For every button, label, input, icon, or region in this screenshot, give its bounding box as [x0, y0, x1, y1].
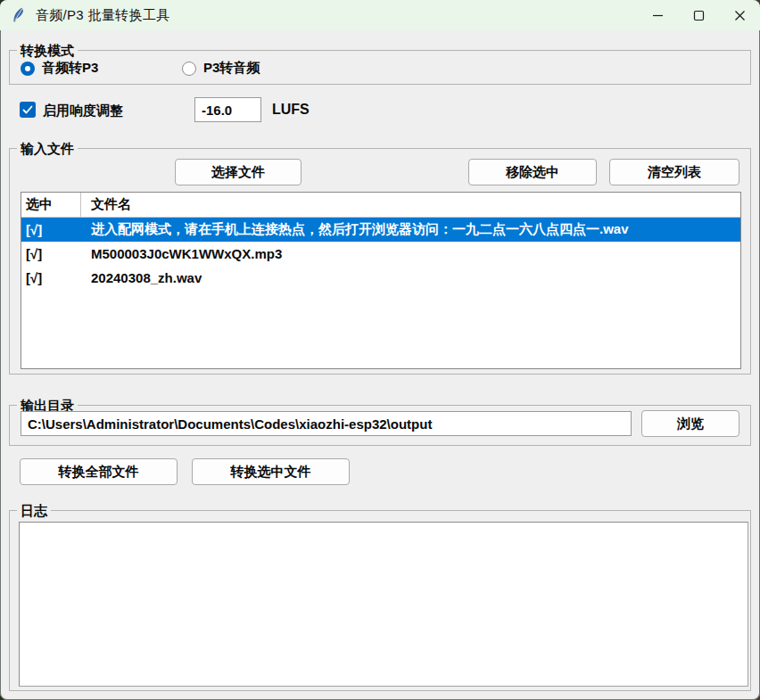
window-title: 音频/P3 批量转换工具	[36, 7, 169, 24]
convert-selected-button[interactable]: 转换选中文件	[192, 458, 350, 485]
loudness-checkbox-label[interactable]: 启用响度调整	[43, 103, 123, 119]
row-checked-mark: [√]	[21, 222, 81, 237]
output-dir-groupbox: 输出目录 C:\Users\Administrator\Documents\Co…	[9, 405, 751, 446]
mode-groupbox: 转换模式 音频转P3 P3转音频	[9, 50, 751, 85]
close-icon	[734, 10, 746, 21]
maximize-icon	[693, 10, 705, 21]
python-feather-icon	[12, 7, 28, 23]
browse-button[interactable]: 浏览	[641, 410, 739, 437]
radio-on-icon	[21, 62, 35, 76]
row-filename: 20240308_zh.wav	[81, 270, 740, 285]
convert-all-button[interactable]: 转换全部文件	[20, 458, 178, 485]
row-checked-mark: [√]	[21, 270, 81, 285]
table-row[interactable]: [√] 20240308_zh.wav	[21, 266, 740, 290]
radio-off-icon	[182, 62, 196, 76]
select-files-button[interactable]: 选择文件	[175, 159, 302, 185]
radio-p3-to-audio[interactable]: P3转音频	[182, 60, 260, 77]
window-controls	[637, 0, 760, 30]
app-window: 音频/P3 批量转换工具 转换模式	[0, 0, 760, 700]
lufs-unit-label: LUFS	[272, 102, 310, 118]
loudness-checkbox[interactable]	[20, 102, 36, 118]
radio-p3-to-audio-label: P3转音频	[203, 60, 260, 77]
column-header-filename[interactable]: 文件名	[81, 193, 740, 217]
table-row[interactable]: [√] M500003J0cWK1WWxQX.mp3	[21, 242, 740, 266]
row-filename: M500003J0cWK1WWxQX.mp3	[81, 246, 740, 261]
maximize-button[interactable]	[678, 0, 719, 30]
output-path-input[interactable]: C:\Users\Administrator\Documents\Codes\x…	[21, 411, 632, 436]
title-bar[interactable]: 音频/P3 批量转换工具	[0, 0, 760, 30]
check-icon	[22, 104, 33, 115]
file-table-header: 选中 文件名	[21, 193, 740, 218]
lufs-input[interactable]: -16.0	[194, 97, 261, 122]
close-button[interactable]	[719, 0, 760, 30]
mode-group-label: 转换模式	[17, 42, 78, 59]
remove-selected-button[interactable]: 移除选中	[468, 159, 597, 185]
file-list-table: 选中 文件名 [√] 进入配网模式，请在手机上连接热点，然后打开浏览器访问：一九…	[21, 192, 741, 369]
radio-audio-to-p3-label: 音频转P3	[42, 60, 98, 77]
minimize-icon	[652, 10, 664, 21]
input-files-group-label: 输入文件	[17, 140, 78, 157]
clear-list-button[interactable]: 清空列表	[609, 159, 739, 185]
log-textarea[interactable]	[19, 522, 748, 687]
table-row[interactable]: [√] 进入配网模式，请在手机上连接热点，然后打开浏览器访问：一九二点一六八点四…	[21, 218, 740, 242]
input-files-groupbox: 输入文件 选择文件 移除选中 清空列表 选中 文件名 [√] 进入配网模式，请在…	[9, 148, 751, 375]
row-filename: 进入配网模式，请在手机上连接热点，然后打开浏览器访问：一九二点一六八点四点一.w…	[81, 221, 740, 238]
column-header-selected[interactable]: 选中	[21, 193, 81, 217]
row-checked-mark: [√]	[21, 246, 81, 261]
log-group-label: 日志	[17, 502, 51, 519]
log-groupbox: 日志	[9, 510, 751, 691]
radio-audio-to-p3[interactable]: 音频转P3	[21, 60, 98, 77]
minimize-button[interactable]	[637, 0, 678, 30]
